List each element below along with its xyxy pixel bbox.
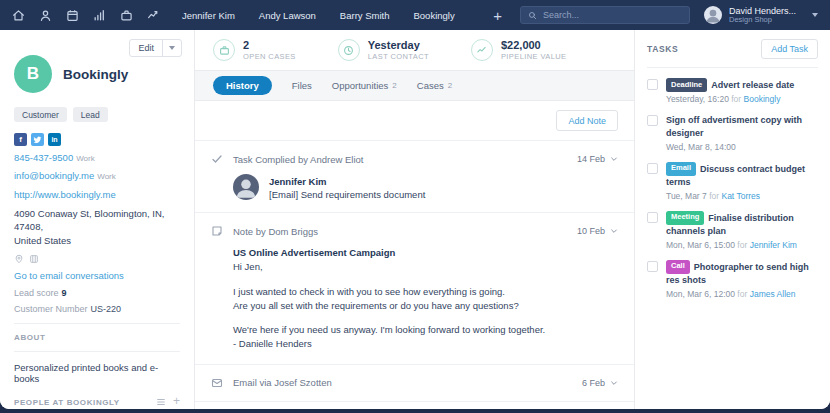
task-checkbox[interactable] — [647, 261, 658, 272]
note-line: I just wanted to check in with you to se… — [233, 285, 618, 299]
note-icon — [211, 225, 223, 237]
task-item-sign-off-copy: Sign off advertisment copy with designer… — [647, 114, 818, 152]
map-icon[interactable] — [29, 254, 39, 264]
tag-customer[interactable]: Customer — [14, 107, 67, 122]
website-link[interactable]: http://www.bookingly.me — [14, 189, 116, 200]
stat-value: $22,000 — [501, 39, 567, 52]
nav-tab-jennifer-kim[interactable]: Jennifer Kim — [182, 10, 235, 21]
home-icon[interactable] — [12, 9, 25, 22]
customer-number-label: Customer Number — [14, 304, 88, 314]
contact-name: Bookingly — [63, 67, 128, 82]
task-text[interactable]: Advert release date — [711, 80, 794, 90]
task-when: Yesterday, 16:20 — [666, 94, 729, 104]
twitter-icon[interactable] — [31, 133, 44, 146]
task-when: Tue, Mar 7 — [666, 191, 707, 201]
task-item-distribution-channels: MeetingFinalise distribution channels pl… — [647, 211, 818, 250]
edit-label[interactable]: Edit — [130, 40, 162, 56]
contact-website-row: http://www.bookingly.me — [14, 189, 180, 201]
list-view-icon[interactable] — [156, 397, 166, 407]
timeline-title: Email via Josef Szotten — [233, 377, 332, 388]
add-person-icon[interactable]: + — [173, 397, 180, 407]
tab-history[interactable]: History — [213, 76, 272, 95]
user-menu[interactable]: David Henders... Design Shop — [704, 6, 818, 25]
trend-stat-icon — [471, 39, 493, 61]
lead-score-row: Lead score9 — [14, 288, 180, 298]
task-related-link[interactable]: James Allen — [750, 289, 796, 299]
add-task-button[interactable]: Add Task — [761, 39, 818, 59]
task-related-link[interactable]: Bookingly — [744, 94, 781, 104]
analytics-icon[interactable] — [93, 9, 106, 22]
timeline-item-note: Note by Dom Briggs 10 Feb US Online Adve… — [195, 213, 634, 365]
briefcase-icon[interactable] — [120, 9, 133, 22]
address-line-1: 4090 Conaway St, Bloomington, IN, 47408, — [14, 207, 180, 234]
calendar-icon[interactable] — [66, 9, 79, 22]
note-line: Hi Jen, — [233, 260, 618, 274]
tab-count: 2 — [392, 81, 396, 90]
task-detail: [Email] Send requirements document — [269, 189, 425, 200]
avatar — [233, 174, 259, 200]
stat-label: OPEN CASES — [243, 52, 296, 61]
social-links: f in — [14, 133, 180, 146]
contact-email-row: info@bookingly.meWork — [14, 170, 180, 182]
task-checkbox[interactable] — [647, 79, 658, 90]
task-person: Jennifer Kim — [269, 175, 425, 189]
task-checkbox[interactable] — [647, 212, 658, 223]
task-item-advert-release: DeadlineAdvert release date Yesterday, 1… — [647, 78, 818, 104]
timeline-date-toggle[interactable]: 6 Feb — [582, 378, 618, 388]
contact-phone-row: 845-437-9500Work — [14, 152, 180, 164]
facebook-icon[interactable]: f — [14, 133, 27, 146]
task-related-link[interactable]: Kat Torres — [721, 191, 760, 201]
location-pin-icon[interactable] — [14, 254, 24, 264]
envelope-icon — [211, 377, 223, 389]
phone-link[interactable]: 845-437-9500 — [14, 152, 73, 163]
customer-number-row: Customer NumberUS-220 — [14, 304, 180, 314]
task-badge-email: Email — [666, 162, 696, 176]
contact-profile: B Bookingly — [14, 55, 180, 93]
main-tabs: History Files Opportunities2 Cases2 — [195, 70, 634, 101]
timeline-item-email: Email via Josef Szotten 6 Feb — [195, 365, 634, 402]
nav-tab-andy-lawson[interactable]: Andy Lawson — [259, 10, 316, 21]
timeline-date-toggle[interactable]: 10 Feb — [577, 226, 618, 236]
user-org: Design Shop — [729, 16, 796, 25]
edit-dropdown-toggle[interactable] — [162, 40, 181, 56]
divider — [14, 351, 180, 352]
cases-stat-icon — [213, 39, 235, 61]
add-note-button[interactable]: Add Note — [556, 110, 618, 131]
tab-files[interactable]: Files — [292, 80, 312, 91]
check-icon — [211, 153, 223, 165]
task-checkbox[interactable] — [647, 115, 658, 126]
nav-tab-bookingly[interactable]: Bookingly — [413, 10, 454, 21]
note-line: We're here if you need us anyway. I'm lo… — [233, 323, 618, 337]
email-type: Work — [97, 172, 116, 181]
lead-score-value: 9 — [62, 288, 67, 298]
contact-tags: Customer Lead — [14, 107, 180, 122]
search-input[interactable] — [543, 10, 682, 20]
task-checkbox[interactable] — [647, 163, 658, 174]
task-text[interactable]: Sign off advertisment copy with designer — [666, 115, 802, 138]
email-link[interactable]: info@bookingly.me — [14, 170, 94, 181]
tab-cases[interactable]: Cases2 — [417, 80, 452, 91]
add-tab-button[interactable]: + — [489, 8, 506, 23]
crm-app: Jennifer Kim Andy Lawson Barry Smith Boo… — [0, 0, 830, 409]
task-related-link[interactable]: Jennifer Kim — [750, 240, 797, 250]
timeline-date-toggle[interactable]: 14 Feb — [577, 154, 618, 164]
contacts-icon[interactable] — [39, 9, 52, 22]
address-actions — [14, 254, 180, 264]
tasks-panel: TASKS Add Task DeadlineAdvert release da… — [634, 30, 830, 409]
email-conversations-link[interactable]: Go to email conversations — [14, 270, 124, 281]
stat-label: LAST CONTACT — [368, 52, 429, 61]
people-section-header: PEOPLE AT BOOKINGLY + — [14, 397, 180, 407]
navbar-open-tabs: Jennifer Kim Andy Lawson Barry Smith Boo… — [182, 10, 455, 21]
divider — [14, 323, 180, 324]
nav-tab-barry-smith[interactable]: Barry Smith — [340, 10, 390, 21]
tab-opportunities[interactable]: Opportunities2 — [332, 80, 397, 91]
pipeline-trend-icon[interactable] — [147, 9, 160, 22]
tag-lead[interactable]: Lead — [73, 107, 108, 122]
tasks-title: TASKS — [647, 44, 678, 54]
note-line: Are you all set with the requirements or… — [233, 299, 618, 313]
linkedin-icon[interactable]: in — [48, 133, 61, 146]
search-icon — [528, 11, 537, 20]
note-title: US Online Advertisement Campaign — [233, 246, 618, 260]
chevron-down-icon — [812, 13, 818, 17]
app-window: Jennifer Kim Andy Lawson Barry Smith Boo… — [0, 0, 830, 413]
